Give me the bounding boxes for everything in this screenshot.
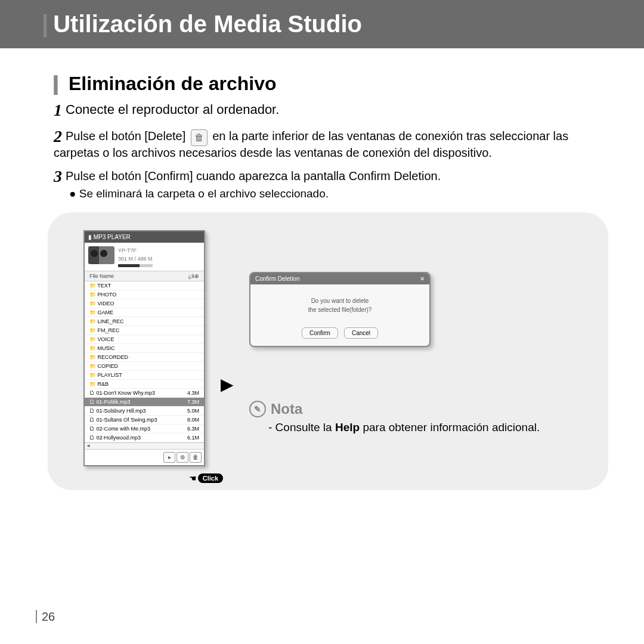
device-info: YP-T7F 301 M / 486 M: [118, 246, 153, 267]
folder-row[interactable]: 📁 GAME: [85, 308, 204, 317]
click-badge: ☚Click: [189, 473, 223, 483]
step-3: 3Pulse el botón [Confirm] cuando aparezc…: [54, 167, 608, 200]
confirm-button[interactable]: Confirm: [302, 327, 338, 339]
page-number: 26: [36, 610, 55, 624]
folder-row[interactable]: 📁 VIDEO: [85, 299, 204, 308]
folder-row[interactable]: 📁 TEXT: [85, 281, 204, 290]
delete-button[interactable]: 🗑: [190, 452, 202, 463]
device-image: [88, 246, 114, 264]
arrow-icon: ▶: [221, 374, 234, 394]
file-row[interactable]: 🗋 01-Sultans Of Swing.mp38.0M: [85, 416, 204, 425]
file-row[interactable]: 🗋 02-Come with Me.mp36.3M: [85, 425, 204, 434]
figure-area: ▮ MP3 PLAYER YP-T7F 301 M / 486 M File N…: [48, 212, 608, 490]
folder-row[interactable]: 📁 PLAYLIST: [85, 371, 204, 380]
folder-row[interactable]: 📁 FM_REC: [85, 326, 204, 335]
folder-row[interactable]: 📁 MUSIC: [85, 344, 204, 353]
scrollbar[interactable]: [85, 442, 204, 449]
step-1: 1Conecte el reproductor al ordenador.: [54, 101, 608, 120]
dialog-title: Confirm Deletion: [255, 275, 299, 282]
folder-row[interactable]: 📁 COPIED: [85, 362, 204, 371]
file-row[interactable]: 🗋 01-Politik.mp37.3M: [85, 398, 204, 407]
folder-row[interactable]: 📁 RECORDED: [85, 353, 204, 362]
file-header: File Name¿à⊕: [85, 271, 204, 281]
player-title: ▮ MP3 PLAYER: [85, 231, 204, 243]
file-row[interactable]: 🗋 02-Hollywood.mp36.1M: [85, 434, 204, 442]
add-button[interactable]: ⊕: [177, 452, 188, 463]
cancel-button[interactable]: Cancel: [344, 327, 378, 339]
folder-row[interactable]: 📁 LINE_REC: [85, 317, 204, 326]
pencil-icon: ✎: [249, 401, 266, 417]
step-2: 2Pulse el botón [Delete] 🗑 en la parte i…: [54, 127, 608, 160]
folder-row[interactable]: 📁 R&B: [85, 380, 204, 389]
dialog-body: Do you want to delete the selected file(…: [250, 284, 429, 323]
player-window: ▮ MP3 PLAYER YP-T7F 301 M / 486 M File N…: [83, 230, 205, 466]
page-title: |Utilización de Media Studio: [0, 0, 644, 48]
close-icon[interactable]: ✕: [420, 275, 425, 282]
confirm-dialog: Confirm Deletion✕ Do you want to delete …: [249, 272, 431, 347]
play-button[interactable]: ▸: [163, 452, 175, 463]
trash-icon: 🗑: [191, 129, 208, 146]
file-row[interactable]: 🗋 01-Don't Know Why.mp34.3M: [85, 389, 204, 398]
folder-row[interactable]: 📁 VOICE: [85, 335, 204, 344]
note-label: ✎ Nota: [249, 401, 590, 417]
note-text: - Consulte la Help para obtener informac…: [268, 421, 590, 434]
folder-row[interactable]: 📁 PHOTO: [85, 290, 204, 299]
section-title: ❙Eliminación de archivo: [48, 72, 608, 95]
file-row[interactable]: 🗋 01-Solsbury Hill.mp35.0M: [85, 407, 204, 416]
bottom-buttons: ▸ ⊕ 🗑: [85, 449, 204, 465]
